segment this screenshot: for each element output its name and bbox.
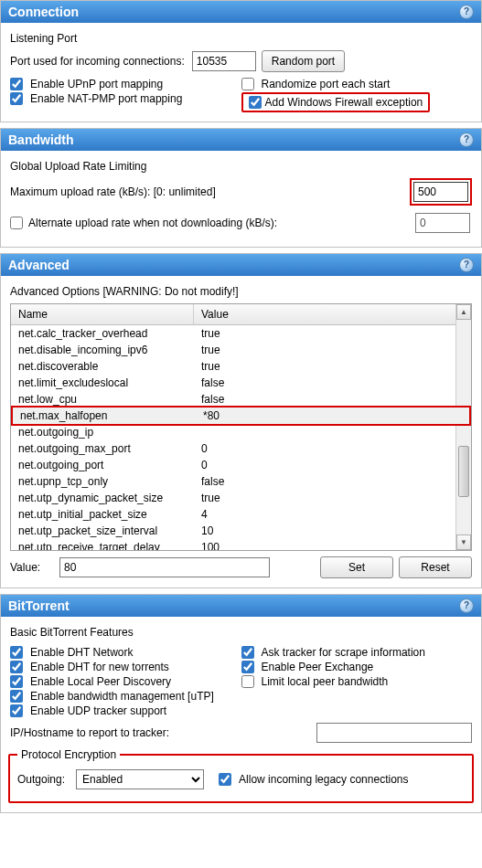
alt-upload-input[interactable] (415, 213, 470, 233)
cell-value: true (194, 360, 471, 373)
cell-value: 10 (194, 524, 471, 537)
limit-local-label: Limit local peer bandwidth (262, 675, 389, 688)
table-row[interactable]: net.outgoing_max_port0 (11, 440, 471, 457)
ip-host-input[interactable] (316, 723, 472, 743)
outgoing-label: Outgoing: (17, 773, 65, 786)
bandwidth-title: Bandwidth (8, 132, 74, 147)
max-upload-label: Maximum upload rate (kB/s): [0: unlimite… (10, 185, 410, 198)
connection-title: Connection (8, 5, 79, 19)
scroll-down-icon[interactable]: ▼ (456, 535, 471, 550)
enable-lpd-label: Enable Local Peer Discovery (30, 675, 171, 688)
cell-value: 100 (194, 541, 471, 550)
cell-value: 4 (194, 508, 471, 521)
cell-value: false (194, 475, 471, 488)
help-icon[interactable]: ? (459, 5, 474, 19)
enable-dht-new-label: Enable DHT for new torrents (30, 661, 169, 673)
outgoing-select[interactable]: Enabled (76, 769, 204, 789)
bandwidth-header: Bandwidth ? (1, 129, 481, 151)
cell-value: true (194, 344, 471, 356)
table-row[interactable]: net.upnp_tcp_onlyfalse (11, 473, 471, 490)
bittorrent-header: BitTorrent ? (1, 595, 481, 617)
table-row[interactable]: net.limit_excludeslocalfalse (11, 375, 471, 391)
cell-name: net.utp_dynamic_packet_size (11, 492, 194, 504)
allow-legacy-checkbox[interactable] (219, 773, 231, 786)
enable-utp-label: Enable bandwidth management [uTP] (30, 690, 214, 703)
alt-upload-label: Alternate upload rate when not downloadi… (28, 217, 413, 229)
cell-name: net.utp_initial_packet_size (11, 508, 194, 521)
cell-name: net.utp_receive_target_delay (11, 541, 194, 550)
enable-dht-checkbox[interactable] (10, 646, 23, 659)
col-name[interactable]: Name (11, 304, 194, 324)
randomize-port-label: Randomize port each start (262, 78, 391, 90)
advanced-panel: Advanced ? Advanced Options [WARNING: Do… (0, 253, 482, 588)
enable-upnp-checkbox[interactable] (10, 78, 23, 90)
table-row[interactable]: net.calc_tracker_overheadtrue (11, 325, 471, 342)
table-body: net.calc_tracker_overheadtruenet.disable… (11, 325, 471, 550)
col-value[interactable]: Value (194, 304, 471, 324)
port-input[interactable] (192, 51, 256, 71)
table-row[interactable]: net.max_halfopen*80 (11, 406, 471, 426)
enable-utp-checkbox[interactable] (10, 690, 23, 703)
table-row[interactable]: net.outgoing_port0 (11, 457, 471, 473)
global-upload-label: Global Upload Rate Limiting (10, 160, 472, 173)
allow-legacy-label: Allow incoming legacy connections (239, 773, 408, 786)
scrollbar[interactable]: ▲ ▼ (455, 304, 471, 550)
cell-value: 0 (194, 442, 471, 455)
table-row[interactable]: net.utp_packet_size_interval10 (11, 523, 471, 539)
cell-name: net.upnp_tcp_only (11, 475, 194, 488)
help-icon[interactable]: ? (459, 132, 474, 147)
table-row[interactable]: net.utp_receive_target_delay100 (11, 539, 471, 550)
cell-name: net.limit_excludeslocal (11, 376, 194, 389)
table-row[interactable]: net.disable_incoming_ipv6true (11, 342, 471, 358)
listening-port-label: Listening Port (10, 32, 472, 45)
ask-tracker-checkbox[interactable] (241, 646, 254, 659)
protocol-encryption-group: Protocol Encryption Outgoing: Enabled Al… (8, 748, 474, 803)
advanced-warning: Advanced Options [WARNING: Do not modify… (10, 285, 472, 298)
cell-name: net.outgoing_port (11, 459, 194, 471)
table-row[interactable]: net.outgoing_ip (11, 424, 471, 440)
scroll-thumb[interactable] (458, 446, 469, 497)
cell-name: net.calc_tracker_overhead (11, 327, 194, 340)
enable-pex-checkbox[interactable] (241, 661, 254, 673)
ask-tracker-label: Ask tracker for scrape information (262, 646, 425, 659)
protocol-encryption-label: Protocol Encryption (17, 748, 120, 761)
scroll-up-icon[interactable]: ▲ (456, 304, 471, 320)
add-firewall-checkbox[interactable] (249, 96, 262, 109)
table-row[interactable]: net.discoverabletrue (11, 358, 471, 375)
max-upload-input[interactable] (413, 182, 468, 202)
cell-value (194, 426, 471, 439)
advanced-header: Advanced ? (1, 254, 481, 276)
limit-local-checkbox[interactable] (241, 675, 254, 688)
add-firewall-label: Add Windows Firewall exception (265, 96, 423, 109)
help-icon[interactable]: ? (459, 598, 474, 613)
help-icon[interactable]: ? (459, 258, 474, 272)
alt-upload-checkbox[interactable] (10, 217, 23, 229)
basic-bt-label: Basic BitTorrent Features (10, 626, 472, 639)
cell-value: true (194, 492, 471, 504)
enable-pex-label: Enable Peer Exchange (262, 661, 374, 673)
set-button[interactable]: Set (320, 556, 393, 578)
ip-host-label: IP/Hostname to report to tracker: (10, 726, 169, 739)
table-row[interactable]: net.utp_initial_packet_size4 (11, 506, 471, 523)
cell-name: net.max_halfopen (13, 409, 196, 422)
enable-dht-new-checkbox[interactable] (10, 661, 23, 673)
cell-value: 0 (194, 459, 471, 471)
table-row[interactable]: net.utp_dynamic_packet_sizetrue (11, 490, 471, 506)
reset-button[interactable]: Reset (399, 556, 472, 578)
cell-name: net.disable_incoming_ipv6 (11, 344, 194, 356)
value-input[interactable] (59, 557, 270, 577)
enable-natpmp-label: Enable NAT-PMP port mapping (30, 92, 182, 105)
connection-panel: Connection ? Listening Port Port used fo… (0, 0, 482, 122)
enable-lpd-checkbox[interactable] (10, 675, 23, 688)
cell-name: net.outgoing_max_port (11, 442, 194, 455)
cell-value: *80 (196, 409, 469, 422)
port-used-label: Port used for incoming connections: (10, 55, 185, 68)
bittorrent-panel: BitTorrent ? Basic BitTorrent Features E… (0, 594, 482, 813)
enable-natpmp-checkbox[interactable] (10, 92, 23, 105)
table-header: Name Value (11, 304, 471, 325)
random-port-button[interactable]: Random port (262, 50, 345, 72)
randomize-port-checkbox[interactable] (241, 78, 254, 90)
value-label: Value: (10, 561, 54, 574)
enable-udp-tracker-checkbox[interactable] (10, 704, 23, 717)
cell-value: true (194, 327, 471, 340)
